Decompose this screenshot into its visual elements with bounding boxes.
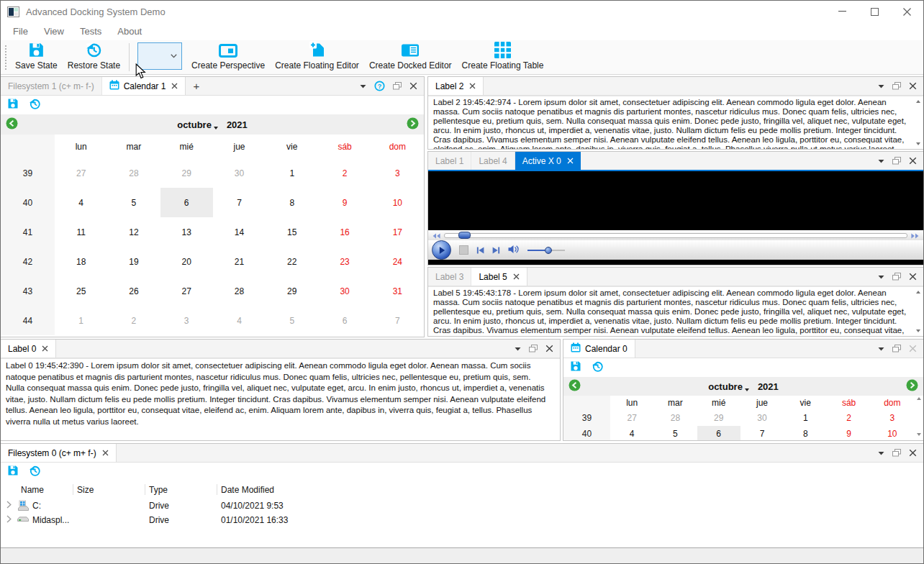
save-icon[interactable] — [570, 360, 581, 375]
undock-icon[interactable] — [892, 157, 901, 165]
tab-label-4[interactable]: Label 4 — [471, 152, 515, 170]
undock-icon[interactable] — [892, 345, 901, 352]
menu-item-tests[interactable]: Tests — [72, 26, 109, 37]
undock-icon[interactable] — [892, 273, 901, 281]
speaker-icon[interactable] — [508, 244, 520, 257]
calendar-day[interactable]: 2 — [827, 410, 870, 426]
close-window-button[interactable] — [891, 1, 923, 22]
column-header-name[interactable]: Name — [21, 485, 44, 495]
calendar-day[interactable]: 10 — [371, 188, 424, 217]
calendar-day[interactable]: 30 — [213, 158, 266, 188]
volume-slider[interactable] — [527, 247, 565, 254]
calendar-day[interactable]: 7 — [213, 188, 266, 217]
calendar-day[interactable]: 18 — [55, 247, 107, 276]
calendar-day[interactable]: 2 — [318, 158, 371, 188]
dropdown-arrow-icon[interactable] — [878, 84, 884, 88]
tab-label-3[interactable]: Label 3 — [428, 268, 471, 286]
save-icon[interactable] — [7, 465, 19, 479]
close-icon[interactable] — [909, 157, 917, 165]
toolbar-button-create-floating-editor[interactable]: Create Floating Editor — [270, 40, 364, 74]
close-icon[interactable] — [909, 449, 917, 457]
calendar-day[interactable]: 9 — [318, 188, 371, 217]
seek-slider-thumb[interactable] — [458, 232, 471, 239]
scroll-down-icon[interactable] — [916, 329, 920, 332]
calendar-day[interactable]: 6 — [318, 306, 371, 335]
calendar-month[interactable]: octubre — [708, 381, 743, 392]
scroll-up-icon[interactable] — [917, 397, 921, 400]
tab-calendar-1[interactable]: Calendar 1 — [102, 77, 186, 95]
close-icon[interactable] — [545, 345, 553, 352]
column-header-type[interactable]: Type — [149, 485, 168, 495]
calendar-day[interactable]: 21 — [213, 247, 266, 276]
calendar-day[interactable]: 31 — [371, 276, 424, 306]
calendar-day[interactable]: 27 — [160, 276, 213, 306]
calendar-day[interactable]: 29 — [266, 276, 318, 306]
menu-item-view[interactable]: View — [36, 26, 72, 37]
calendar-day[interactable]: 1 — [266, 158, 318, 188]
tab-label-0[interactable]: Label 0 — [1, 340, 56, 358]
close-icon[interactable] — [909, 273, 917, 281]
tab-calendar-0[interactable]: Calendar 0 — [563, 340, 635, 358]
table-row[interactable]: Midaspl...Drive01/10/2021 16:33 — [1, 513, 923, 527]
toolbar-button-restore-state[interactable]: Restore State — [63, 40, 125, 74]
prev-month-button[interactable] — [569, 379, 581, 394]
calendar-day[interactable]: 3 — [160, 306, 213, 335]
calendar-day[interactable]: 1 — [55, 306, 107, 335]
calendar-month[interactable]: octubre — [177, 119, 212, 130]
dropdown-arrow-icon[interactable] — [878, 159, 884, 163]
seek-slider[interactable] — [444, 233, 907, 238]
restore-icon[interactable] — [592, 360, 604, 376]
calendar-day[interactable]: 24 — [371, 247, 424, 276]
calendar-day[interactable]: 26 — [107, 276, 160, 306]
save-icon[interactable] — [7, 98, 19, 112]
text-edit[interactable]: Label 2 19:45:42:974 - Lorem ipsum dolor… — [428, 96, 923, 149]
calendar-day[interactable]: 7 — [371, 306, 424, 335]
chevron-right-icon[interactable] — [6, 501, 12, 511]
dropdown-arrow-icon[interactable] — [515, 347, 521, 351]
calendar-day[interactable]: 5 — [266, 306, 318, 335]
previous-track-icon[interactable] — [476, 244, 484, 257]
calendar-day[interactable]: 20 — [160, 247, 213, 276]
undock-icon[interactable] — [892, 449, 901, 457]
calendar-day[interactable]: 27 — [55, 158, 107, 188]
menu-item-about[interactable]: About — [109, 26, 150, 37]
calendar-day[interactable]: 10 — [871, 426, 914, 441]
column-header-size[interactable]: Size — [77, 485, 94, 495]
calendar-day[interactable]: 29 — [160, 158, 213, 188]
toolbar-button-create-docked-editor[interactable]: Create Docked Editor — [364, 40, 457, 74]
restore-icon[interactable] — [29, 98, 41, 113]
calendar-day[interactable]: 23 — [318, 247, 371, 276]
chevron-right-icon[interactable] — [6, 515, 12, 525]
scroll-down-icon[interactable] — [916, 142, 920, 145]
calendar-day[interactable]: 5 — [653, 426, 697, 441]
add-tab-button[interactable]: + — [186, 77, 207, 95]
column-header-date-modified[interactable]: Date Modified — [221, 485, 274, 495]
undock-icon[interactable] — [393, 82, 402, 90]
calendar-day[interactable]: 11 — [55, 217, 107, 247]
calendar-year[interactable]: 2021 — [227, 119, 248, 130]
calendar-day[interactable]: 8 — [266, 188, 318, 217]
calendar-day[interactable]: 16 — [318, 217, 371, 247]
dropdown-arrow-icon[interactable] — [878, 347, 884, 351]
close-icon[interactable] — [409, 82, 417, 90]
calendar-day[interactable]: 5 — [107, 188, 160, 217]
tab-active-x-0[interactable]: Active X 0 — [515, 152, 581, 170]
tab-label-5[interactable]: Label 5 — [471, 268, 527, 286]
dropdown-arrow-icon[interactable] — [878, 451, 884, 455]
toolbar-grip-handle[interactable] — [4, 44, 8, 70]
tab-filesystem-0-c-m-f[interactable]: Filesystem 0 (c+ m+ f-) — [1, 444, 117, 462]
next-month-button[interactable] — [407, 117, 419, 132]
calendar-day-selected[interactable]: 6 — [160, 188, 213, 217]
menu-item-file[interactable]: File — [5, 26, 36, 37]
help-icon[interactable]: ? — [374, 81, 385, 91]
toolbar-button-save-state[interactable]: Save State — [10, 40, 63, 74]
tab-close-icon[interactable] — [171, 83, 178, 89]
text-edit[interactable]: Label 5 19:45:43:178 - Lorem ipsum dolor… — [428, 286, 923, 336]
perspective-combo[interactable] — [137, 42, 182, 70]
calendar-day[interactable]: 4 — [55, 188, 107, 217]
calendar-day[interactable]: 30 — [740, 410, 784, 426]
calendar-day[interactable]: 14 — [213, 217, 266, 247]
calendar-day-selected[interactable]: 6 — [697, 426, 740, 441]
toolbar-button-create-perspective[interactable]: Create Perspective — [186, 40, 270, 74]
scroll-up-icon[interactable] — [916, 100, 920, 103]
